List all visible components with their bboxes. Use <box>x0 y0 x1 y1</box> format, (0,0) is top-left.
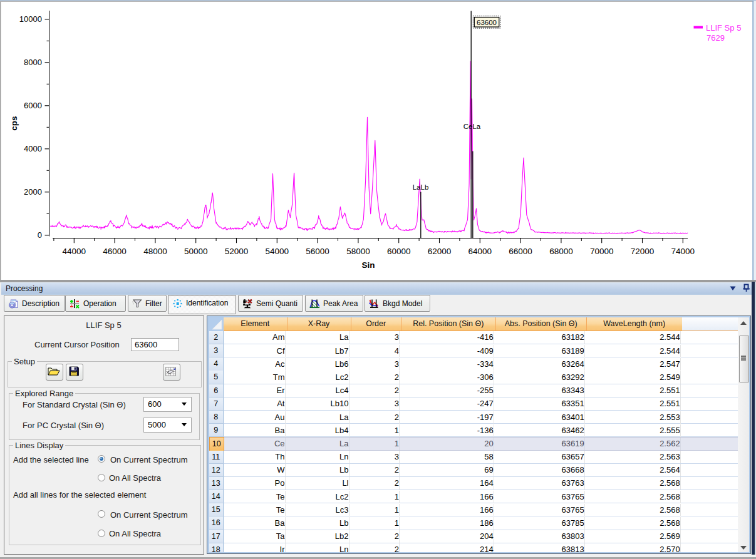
svg-text:44000: 44000 <box>63 247 86 256</box>
svg-text:7629: 7629 <box>707 33 725 43</box>
svg-text:10000: 10000 <box>19 14 42 24</box>
svg-text:56000: 56000 <box>306 247 329 256</box>
svg-text:8000: 8000 <box>24 58 42 67</box>
svg-text:62000: 62000 <box>428 247 452 256</box>
svg-text:6000: 6000 <box>24 101 42 110</box>
svg-text:60000: 60000 <box>387 247 411 256</box>
svg-text:70000: 70000 <box>590 247 614 256</box>
svg-text:LLIF Sp 5: LLIF Sp 5 <box>706 23 741 33</box>
svg-text:48000: 48000 <box>143 247 167 256</box>
svg-text:4000: 4000 <box>24 144 42 153</box>
svg-text:72000: 72000 <box>631 247 655 256</box>
svg-text:50000: 50000 <box>184 247 208 256</box>
svg-text:46000: 46000 <box>103 247 127 256</box>
svg-text:74000: 74000 <box>671 247 695 256</box>
svg-text:Sin: Sin <box>361 260 375 270</box>
svg-text:0: 0 <box>38 230 42 240</box>
svg-text:2000: 2000 <box>24 187 42 197</box>
svg-text:LaLb: LaLb <box>413 183 429 191</box>
svg-text:64000: 64000 <box>469 247 492 256</box>
svg-text:52000: 52000 <box>225 247 249 256</box>
svg-text:63600: 63600 <box>477 19 497 26</box>
svg-text:CeLa: CeLa <box>463 123 481 130</box>
svg-text:58000: 58000 <box>346 247 370 256</box>
svg-text:54000: 54000 <box>266 247 289 256</box>
svg-text:66000: 66000 <box>509 247 532 256</box>
svg-text:68000: 68000 <box>549 247 573 256</box>
svg-text:cps: cps <box>9 116 19 130</box>
